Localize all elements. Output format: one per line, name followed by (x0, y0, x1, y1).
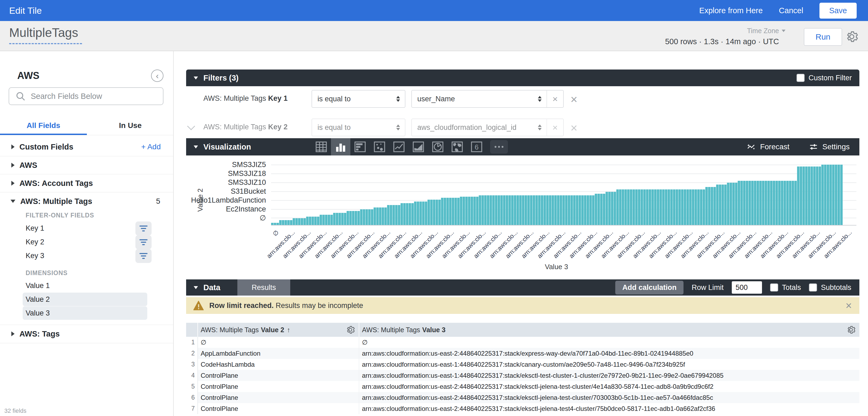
bar[interactable] (554, 195, 557, 225)
bar[interactable] (638, 189, 640, 225)
remove-filter-icon[interactable]: × (570, 121, 578, 135)
totals-checkbox[interactable] (770, 283, 778, 291)
bar[interactable] (616, 189, 619, 225)
bar[interactable] (446, 198, 449, 225)
bar[interactable] (724, 184, 727, 225)
field-search[interactable] (9, 87, 163, 105)
sidebar-item-account-tags[interactable]: AWS: Account Tags (0, 174, 173, 192)
bar[interactable] (781, 181, 783, 225)
bar[interactable] (395, 205, 398, 225)
bar[interactable] (614, 192, 616, 225)
bar[interactable] (608, 192, 611, 225)
table-row[interactable]: 4ControlPlanearn:aws:cloudformation:us-e… (186, 370, 859, 381)
bar[interactable] (535, 195, 538, 225)
cell-value-2[interactable]: AppLambdaFunction (198, 348, 359, 359)
bar[interactable] (471, 197, 473, 225)
bar[interactable] (387, 205, 390, 225)
table-row[interactable]: 6ControlPlanearn:aws:cloudformation:us-e… (186, 392, 859, 403)
cell-value-3[interactable]: arn:aws:cloudformation:us-east-1:4486402… (359, 359, 859, 370)
bar[interactable] (654, 189, 656, 225)
bar[interactable] (425, 202, 427, 225)
custom-filter-checkbox[interactable] (797, 74, 805, 82)
bar[interactable] (525, 195, 527, 225)
cell-value-3[interactable]: arn:aws:cloudformation:us-east-2:4486402… (359, 392, 859, 403)
bar[interactable] (721, 184, 724, 225)
explore-from-here-button[interactable]: Explore from Here (699, 6, 763, 15)
cell-value-2[interactable]: ControlPlane (198, 370, 359, 381)
collapse-sidebar-button[interactable]: ‹ (151, 70, 163, 82)
field-value-1[interactable]: Value 1 (0, 279, 173, 292)
cell-value-2[interactable]: ControlPlane (198, 381, 359, 392)
bar[interactable] (611, 192, 613, 225)
bar[interactable] (420, 202, 422, 225)
bar[interactable] (460, 197, 462, 225)
bar[interactable] (643, 189, 646, 225)
bar[interactable] (773, 181, 775, 225)
bar[interactable] (805, 167, 808, 225)
bar[interactable] (406, 203, 408, 225)
bar[interactable] (296, 218, 298, 225)
viz-type-scatter-icon[interactable] (370, 138, 389, 155)
column-gear-icon[interactable] (346, 325, 355, 334)
bar[interactable] (822, 165, 824, 225)
viz-type-more-icon[interactable] (490, 140, 508, 153)
cell-value-3[interactable]: ∅ (359, 337, 859, 348)
column-gear-icon[interactable] (846, 325, 856, 334)
bar[interactable] (751, 181, 754, 225)
bar[interactable] (759, 181, 762, 225)
bar[interactable] (325, 215, 328, 225)
viz-type-map-icon[interactable] (447, 138, 467, 155)
bar[interactable] (789, 181, 792, 225)
bar[interactable] (479, 195, 481, 225)
bar[interactable] (544, 195, 546, 225)
bar[interactable] (309, 217, 311, 225)
bar[interactable] (670, 189, 673, 225)
field-value-2[interactable]: Value 2 (23, 292, 147, 306)
bar[interactable] (514, 195, 516, 225)
bar[interactable] (482, 195, 484, 225)
bar[interactable] (347, 211, 349, 225)
viz-type-bar-icon[interactable] (350, 138, 370, 155)
bar[interactable] (287, 220, 290, 225)
bar[interactable] (635, 189, 638, 225)
bar[interactable] (603, 194, 605, 225)
bar[interactable] (686, 189, 689, 225)
bar[interactable] (786, 181, 789, 225)
viz-type-area-icon[interactable] (409, 138, 428, 155)
bar[interactable] (719, 184, 721, 225)
bar[interactable] (428, 200, 430, 225)
bar[interactable] (417, 202, 419, 225)
filters-section-header[interactable]: Filters (3) Custom Filter (186, 70, 859, 86)
bar[interactable] (832, 165, 835, 225)
bar[interactable] (322, 215, 325, 225)
bar[interactable] (492, 195, 495, 225)
bar[interactable] (632, 189, 635, 225)
bar[interactable] (271, 223, 274, 225)
bar[interactable] (783, 181, 786, 225)
sidebar-item-multiple-tags[interactable]: AWS: Multiple Tags 5 (0, 193, 173, 210)
bar[interactable] (409, 203, 411, 225)
tab-results[interactable]: Results (237, 279, 290, 296)
bar[interactable] (835, 165, 837, 225)
bar[interactable] (630, 189, 632, 225)
bar[interactable] (595, 194, 597, 225)
bar[interactable] (797, 167, 800, 225)
bar[interactable] (557, 195, 559, 225)
bar[interactable] (830, 165, 832, 225)
bar[interactable] (641, 189, 643, 225)
add-calculation-button[interactable]: Add calculation (615, 281, 683, 294)
cell-value-2[interactable]: ControlPlane (198, 392, 359, 403)
bar[interactable] (649, 189, 651, 225)
bar[interactable] (740, 181, 743, 225)
bar[interactable] (522, 195, 524, 225)
bar[interactable] (794, 181, 797, 225)
bar[interactable] (746, 181, 748, 225)
bar[interactable] (312, 217, 314, 225)
bar[interactable] (320, 215, 322, 225)
bar[interactable] (678, 189, 681, 225)
bar[interactable] (277, 223, 279, 225)
bar[interactable] (552, 195, 554, 225)
bar[interactable] (568, 195, 570, 225)
bar[interactable] (517, 195, 519, 225)
bar[interactable] (619, 189, 621, 225)
